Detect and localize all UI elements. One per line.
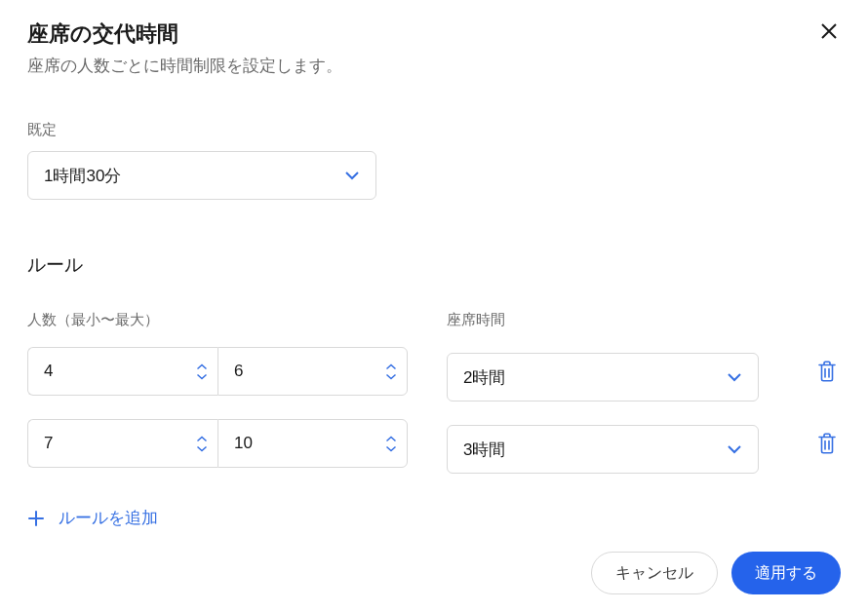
header-text: 座席の交代時間 座席の人数ごとに時間制限を設定します。 — [27, 19, 342, 78]
close-icon — [819, 29, 839, 44]
people-range-group: 7 10 — [27, 419, 408, 468]
people-column-label: 人数（最小〜最大） — [27, 311, 408, 329]
chevron-up-icon — [385, 436, 397, 442]
seating-time-value: 2時間 — [463, 366, 505, 389]
close-button[interactable] — [817, 19, 841, 45]
min-people-value: 4 — [44, 362, 53, 381]
min-people-value: 7 — [44, 434, 53, 453]
dialog-subtitle: 座席の人数ごとに時間制限を設定します。 — [27, 54, 342, 79]
chevron-down-icon — [727, 444, 742, 454]
time-column-label: 座席時間 — [447, 311, 759, 329]
max-people-value: 6 — [234, 362, 243, 381]
trash-icon — [817, 361, 837, 382]
min-people-stepper[interactable]: 7 — [27, 419, 217, 468]
rule-row: 7 10 3時間 — [27, 413, 841, 474]
dialog-header: 座席の交代時間 座席の人数ごとに時間制限を設定します。 — [27, 19, 841, 78]
rules-heading: ルール — [27, 252, 841, 278]
rules-column-labels: 人数（最小〜最大） 座席時間 — [27, 311, 841, 329]
plus-icon — [27, 510, 45, 527]
max-people-stepper[interactable]: 6 — [217, 347, 408, 396]
chevron-down-icon — [196, 445, 208, 452]
people-range-group: 4 6 — [27, 347, 408, 396]
dialog-footer: キャンセル 適用する — [591, 552, 841, 594]
chevron-up-icon — [385, 363, 397, 370]
default-time-value: 1時間30分 — [44, 165, 121, 187]
chevron-up-icon — [196, 363, 208, 370]
apply-button[interactable]: 適用する — [731, 552, 841, 594]
max-people-stepper[interactable]: 10 — [217, 419, 408, 468]
stepper-arrows[interactable] — [385, 363, 397, 380]
chevron-down-icon — [344, 171, 360, 180]
delete-rule-button[interactable] — [813, 357, 841, 386]
dialog-title: 座席の交代時間 — [27, 19, 342, 50]
stepper-arrows[interactable] — [196, 363, 208, 380]
seating-time-select[interactable]: 2時間 — [447, 353, 759, 402]
apply-label: 適用する — [755, 563, 817, 584]
stepper-arrows[interactable] — [196, 436, 208, 452]
rule-row: 4 6 2時間 — [27, 341, 841, 402]
min-people-stepper[interactable]: 4 — [27, 347, 217, 396]
default-label: 既定 — [27, 121, 841, 139]
cancel-label: キャンセル — [615, 563, 693, 584]
chevron-down-icon — [727, 372, 742, 382]
cancel-button[interactable]: キャンセル — [591, 552, 718, 594]
trash-icon — [817, 433, 837, 454]
add-rule-label: ルールを追加 — [59, 507, 158, 529]
seating-time-select[interactable]: 3時間 — [447, 425, 759, 474]
seating-time-value: 3時間 — [463, 439, 505, 461]
add-rule-button[interactable]: ルールを追加 — [27, 507, 158, 529]
chevron-down-icon — [385, 373, 397, 380]
chevron-down-icon — [196, 373, 208, 380]
chevron-down-icon — [385, 445, 397, 452]
chevron-up-icon — [196, 436, 208, 442]
delete-rule-button[interactable] — [813, 429, 841, 458]
default-time-select[interactable]: 1時間30分 — [27, 151, 376, 200]
max-people-value: 10 — [234, 434, 253, 453]
stepper-arrows[interactable] — [385, 436, 397, 452]
